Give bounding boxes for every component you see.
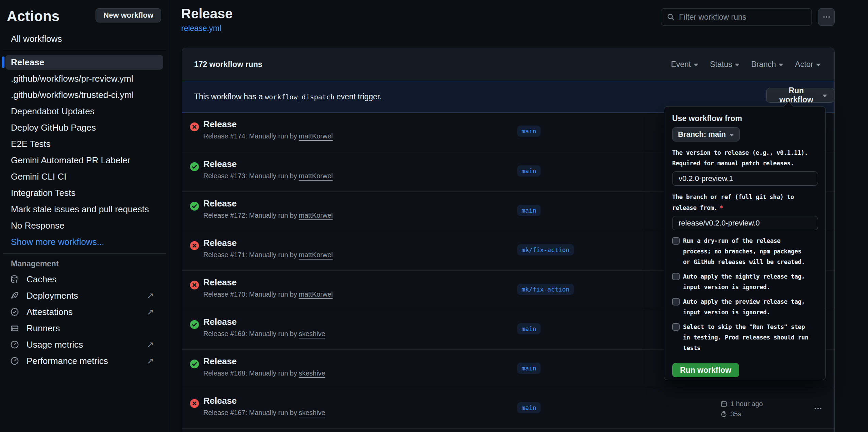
sidebar-workflow-item[interactable]: Integration Tests bbox=[5, 185, 163, 200]
sidebar-workflow-item[interactable]: Release bbox=[5, 55, 163, 70]
management-heading: Management bbox=[11, 259, 169, 268]
management-item-icon bbox=[10, 308, 19, 316]
run-title-link[interactable]: Release bbox=[203, 277, 237, 288]
run-title-link[interactable]: Release bbox=[203, 396, 237, 406]
workflow-file-link[interactable]: release.yml bbox=[181, 24, 221, 33]
run-description: Release #168: Manually run byskeshive bbox=[203, 369, 325, 377]
selected-indicator-bar bbox=[2, 56, 4, 68]
branch-badge[interactable]: mk/fix-action bbox=[517, 244, 574, 255]
run-title-link[interactable]: Release bbox=[203, 198, 237, 209]
runs-filter-dropdown[interactable]: Event bbox=[671, 60, 698, 69]
chevron-down-icon bbox=[729, 134, 734, 136]
run-description-text: Release #168: Manually run by bbox=[203, 369, 297, 377]
branch-badge[interactable]: main bbox=[517, 363, 541, 374]
sidebar-workflow-item[interactable]: .github/workflows/trusted-ci.yml bbox=[5, 87, 163, 102]
management-item[interactable]: Usage metrics ↗ bbox=[5, 337, 163, 352]
popup-checkbox-row[interactable]: Select to skip the "Run Tests" step in t… bbox=[672, 322, 817, 353]
sidebar-workflow-item[interactable]: Dependabot Updates bbox=[5, 104, 163, 119]
run-description: Release #172: Manually run bymattKorwel bbox=[203, 212, 333, 219]
branch-badge[interactable]: main bbox=[517, 402, 541, 413]
checkbox[interactable] bbox=[672, 273, 680, 280]
stopwatch-icon bbox=[720, 411, 727, 417]
new-workflow-button[interactable]: New workflow bbox=[96, 8, 161, 22]
checkbox[interactable] bbox=[672, 237, 680, 245]
sidebar-title: Actions bbox=[7, 8, 59, 24]
management-item[interactable]: Deployments ↗ bbox=[5, 288, 163, 303]
sidebar-workflow-item[interactable]: Gemini Automated PR Labeler bbox=[5, 153, 163, 168]
run-title-link[interactable]: Release bbox=[203, 317, 237, 327]
run-title-link[interactable]: Release bbox=[203, 159, 237, 169]
sidebar-workflow-item[interactable]: Mark stale issues and pull requests bbox=[5, 202, 163, 217]
branch-badge[interactable]: main bbox=[517, 126, 541, 137]
branch-badge[interactable]: main bbox=[517, 165, 541, 177]
actor-link[interactable]: mattKorwel bbox=[299, 132, 333, 140]
sidebar-item-all-workflows[interactable]: All workflows bbox=[5, 32, 163, 46]
actor-link[interactable]: skeshive bbox=[299, 369, 325, 377]
run-title-link[interactable]: Release bbox=[203, 119, 237, 130]
workflow-options-kebab-button[interactable] bbox=[818, 8, 835, 26]
run-title-link[interactable]: Release bbox=[203, 238, 237, 248]
popup-checkbox-row[interactable]: Auto apply the nightly release tag, inpu… bbox=[672, 271, 817, 293]
chevron-down-icon bbox=[694, 64, 698, 66]
branch-badge[interactable]: main bbox=[517, 323, 541, 334]
sidebar-divider bbox=[3, 50, 166, 50]
next-run-row-partial bbox=[182, 428, 834, 432]
sidebar-workflow-item[interactable]: Deploy GitHub Pages bbox=[5, 120, 163, 135]
version-input[interactable] bbox=[672, 171, 818, 186]
kebab-horizontal-icon bbox=[822, 13, 831, 21]
required-asterisk: * bbox=[719, 204, 723, 211]
sidebar-workflow-label: Gemini CLI CI bbox=[11, 171, 66, 182]
actor-link[interactable]: skeshive bbox=[299, 409, 325, 416]
run-description-text: Release #171: Manually run by bbox=[203, 251, 297, 259]
popup-checkbox-row[interactable]: Run a dry-run of the release process; no… bbox=[672, 236, 817, 267]
x-circle-fill-icon bbox=[190, 399, 199, 408]
run-kebab-button[interactable] bbox=[811, 403, 826, 414]
ref-input[interactable] bbox=[672, 216, 818, 230]
branch-select-label: Branch: main bbox=[678, 130, 726, 139]
run-description: Release #169: Manually run byskeshive bbox=[203, 330, 325, 338]
runs-filter-dropdown[interactable]: Status bbox=[710, 60, 739, 69]
runs-filter-dropdown[interactable]: Branch bbox=[751, 60, 783, 69]
sidebar-workflow-item[interactable]: Gemini CLI CI bbox=[5, 169, 163, 184]
management-item-label: Deployments bbox=[27, 290, 78, 301]
check-circle-fill-icon bbox=[190, 162, 199, 171]
run-workflow-dropdown-button[interactable]: Run workflow bbox=[766, 88, 834, 103]
actor-link[interactable]: mattKorwel bbox=[299, 212, 333, 219]
actor-link[interactable]: mattKorwel bbox=[299, 172, 333, 180]
sidebar-workflow-label: E2E Tests bbox=[11, 139, 51, 149]
run-workflow-submit-button[interactable]: Run workflow bbox=[672, 363, 739, 377]
branch-badge[interactable]: mk/fix-action bbox=[517, 284, 574, 295]
run-description: Release #170: Manually run bymattKorwel bbox=[203, 290, 333, 298]
chevron-down-icon bbox=[816, 64, 821, 66]
runs-filter-dropdown[interactable]: Actor bbox=[795, 60, 821, 69]
sidebar-workflow-item[interactable]: Show more workflows... bbox=[5, 234, 163, 249]
management-item[interactable]: Attestations ↗ bbox=[5, 304, 163, 319]
runs-count: 172 workflow runs bbox=[194, 60, 262, 69]
actor-link[interactable]: mattKorwel bbox=[299, 251, 333, 259]
run-status-icon bbox=[190, 202, 199, 211]
run-title-link[interactable]: Release bbox=[203, 356, 237, 367]
run-workflow-dropdown-label: Run workflow bbox=[773, 86, 819, 104]
checkbox[interactable] bbox=[672, 323, 680, 331]
management-item-icon bbox=[10, 356, 19, 365]
branch-select-button[interactable]: Branch: main bbox=[672, 127, 740, 142]
checkbox-label: Select to skip the "Run Tests" step in t… bbox=[683, 322, 809, 353]
actor-link[interactable]: mattKorwel bbox=[299, 290, 333, 298]
sidebar-workflow-item[interactable]: .github/workflows/pr-review.yml bbox=[5, 71, 163, 86]
management-item[interactable]: Performance metrics ↗ bbox=[5, 353, 163, 368]
run-status-icon bbox=[190, 122, 199, 131]
runs-filters: Event Status Branch Actor bbox=[671, 60, 821, 69]
actor-link[interactable]: skeshive bbox=[299, 330, 325, 337]
management-list: Caches ↗ bbox=[0, 272, 169, 368]
page-title: Release bbox=[181, 6, 233, 21]
sidebar-workflow-item[interactable]: E2E Tests bbox=[5, 136, 163, 151]
workflow-run-row: Release Release #167: Manually run byske… bbox=[182, 389, 834, 428]
sidebar-workflow-item[interactable]: No Response bbox=[5, 218, 163, 233]
workflow-list: Release .github/workflows/pr-review.yml … bbox=[0, 55, 169, 249]
management-item[interactable]: Caches ↗ bbox=[5, 272, 163, 287]
management-item[interactable]: Runners ↗ bbox=[5, 321, 163, 336]
popup-checkbox-row[interactable]: Auto apply the preview release tag, inpu… bbox=[672, 297, 817, 318]
checkbox[interactable] bbox=[672, 298, 680, 305]
filter-workflow-runs-input[interactable] bbox=[679, 13, 806, 22]
branch-badge[interactable]: main bbox=[517, 205, 541, 216]
